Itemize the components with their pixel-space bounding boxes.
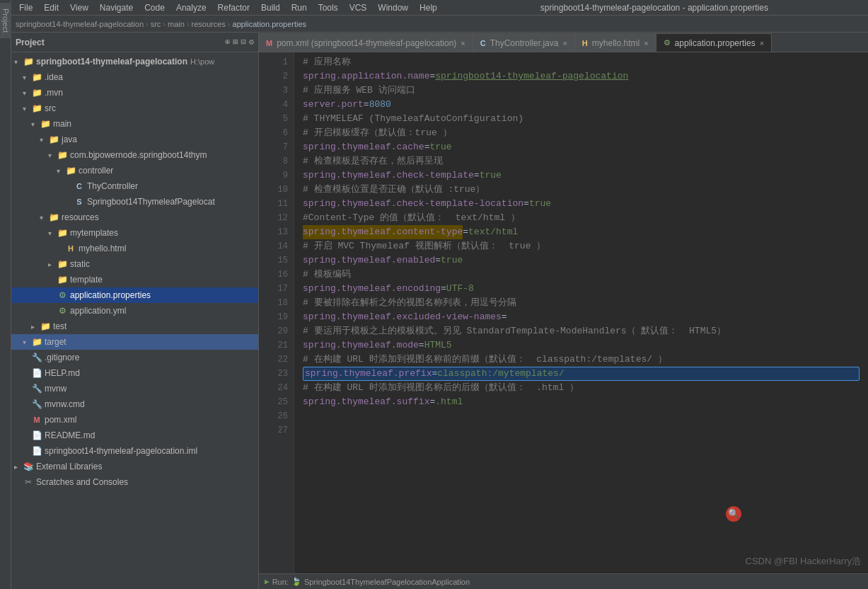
- menu-view[interactable]: View: [65, 1, 93, 14]
- folder-icon: 📁: [31, 88, 42, 98]
- java-class-icon: C: [74, 182, 85, 190]
- tree-label: application.yml: [70, 306, 126, 316]
- tab-thycontroller[interactable]: C ThyController.java ×: [473, 33, 575, 52]
- tree-label: .mvn: [45, 88, 63, 98]
- code-line-3: # 应用服务 WEB 访问端口: [303, 84, 860, 98]
- tab-thycontroller-close[interactable]: ×: [562, 39, 567, 47]
- tree-item-readme[interactable]: 📄 README.md: [11, 428, 258, 443]
- code-line-11: spring.thymeleaf.check-template-location…: [303, 197, 860, 211]
- tree-item-mvn[interactable]: ▾ 📁 .mvn: [11, 85, 258, 101]
- tab-appprops[interactable]: ⚙ application.properties ×: [656, 33, 772, 52]
- breadcrumb-part-5: application.properties: [233, 20, 307, 28]
- tree-label: main: [53, 119, 71, 129]
- properties-icon: ⚙: [57, 290, 68, 300]
- tree-item-controller[interactable]: ▾ 📁 controller: [11, 163, 258, 178]
- pom-icon: M: [31, 416, 42, 424]
- code-line-9: spring.thymeleaf.check-template=true: [303, 168, 860, 183]
- tree-item-java[interactable]: ▾ 📁 java: [11, 132, 258, 147]
- tree-item-target[interactable]: ▾ 📁 target: [11, 334, 258, 350]
- tab-thycontroller-label: ThyController.java: [490, 38, 559, 48]
- code-line-21: spring.thymeleaf.mode=HTML5: [303, 338, 860, 353]
- folder-icon: 📁: [40, 321, 51, 331]
- yml-icon: ⚙: [57, 306, 68, 316]
- menu-refactor[interactable]: Refactor: [213, 1, 255, 14]
- tab-pom-close[interactable]: ×: [461, 39, 465, 47]
- code-area[interactable]: 12345 678910 1112131415 1617181920 21222…: [259, 52, 868, 573]
- sidebar: Project ⊕ ⊞ ⊟ ⚙ ▾ 📁 springboot14-thymele…: [11, 33, 259, 589]
- menu-edit[interactable]: Edit: [39, 1, 64, 14]
- tab-appprops-close[interactable]: ×: [760, 39, 764, 47]
- iml-icon: 📄: [31, 446, 42, 456]
- project-tab[interactable]: Project: [0, 3, 11, 38]
- menu-analyze[interactable]: Analyze: [171, 1, 212, 14]
- tree-label: Springboot14ThymeleafPagelocat: [87, 197, 215, 207]
- code-line-15: spring.thymeleaf.enabled=true: [303, 253, 860, 268]
- tab-myhello-close[interactable]: ×: [644, 39, 648, 47]
- tree-item-template[interactable]: 📁 template: [11, 272, 258, 287]
- main-content: Project ⊕ ⊞ ⊟ ⚙ ▾ 📁 springboot14-thymele…: [11, 33, 868, 589]
- gitignore-icon: 🔧: [31, 353, 42, 362]
- tree-item-test[interactable]: ▸ 📁 test: [11, 319, 258, 334]
- tree-item-package[interactable]: ▾ 📁 com.bjpowernode.springboot14thym: [11, 147, 258, 163]
- tree-item-mvnwcmd[interactable]: 🔧 mvnw.cmd: [11, 396, 258, 412]
- tree-item-ext-libs[interactable]: ▸ 📚 External Libraries: [11, 459, 258, 474]
- tree-item-springbootmain[interactable]: S Springboot14ThymeleafPagelocat: [11, 194, 258, 210]
- menu-window[interactable]: Window: [373, 1, 413, 14]
- tab-myhello[interactable]: H myhello.html ×: [575, 33, 656, 52]
- menu-navigate[interactable]: Navigate: [95, 1, 138, 14]
- tree-label: README.md: [45, 430, 95, 440]
- line-numbers: 12345 678910 1112131415 1617181920 21222…: [259, 52, 294, 573]
- menu-build[interactable]: Build: [256, 1, 285, 14]
- spring-run-icon: 🍃: [291, 577, 301, 586]
- sidebar-icon-collapse[interactable]: ⊟: [241, 37, 246, 47]
- folder-icon: 📁: [57, 275, 68, 285]
- tree-item-main[interactable]: ▾ 📁 main: [11, 116, 258, 132]
- sidebar-icon-settings[interactable]: ⚙: [249, 37, 254, 47]
- mvnw-icon: 🔧: [31, 384, 42, 394]
- tree-item-myhello[interactable]: H myhello.html: [11, 241, 258, 256]
- folder-icon: 📁: [31, 103, 42, 113]
- tree-item-appyml[interactable]: ⚙ application.yml: [11, 303, 258, 319]
- menu-run[interactable]: Run: [287, 1, 312, 14]
- sidebar-icon-add[interactable]: ⊕: [225, 37, 230, 47]
- tree-label: mvnw.cmd: [45, 399, 85, 409]
- tree-item-idea[interactable]: ▾ 📁 .idea: [11, 69, 258, 85]
- tree-item-src[interactable]: ▾ 📁 src: [11, 101, 258, 116]
- tab-appprops-label: application.properties: [675, 38, 756, 48]
- tree-item-pomxml[interactable]: M pom.xml: [11, 412, 258, 428]
- menu-help[interactable]: Help: [415, 1, 442, 14]
- tree-item-resources[interactable]: ▾ 📁 resources: [11, 210, 258, 225]
- tree-label: mvnw: [45, 384, 66, 394]
- tree-item-root[interactable]: ▾ 📁 springboot14-thymeleaf-pagelocation …: [11, 54, 258, 69]
- menu-code[interactable]: Code: [139, 1, 170, 14]
- menu-tools[interactable]: Tools: [313, 1, 343, 14]
- tree-item-gitignore[interactable]: 🔧 .gitignore: [11, 350, 258, 365]
- menu-vcs[interactable]: VCS: [345, 1, 372, 14]
- tree-item-thycontroller[interactable]: C ThyController: [11, 178, 258, 194]
- appprops-tab-icon: ⚙: [664, 38, 671, 47]
- tab-pom-label: pom.xml (springboot14-thymeleaf-pageloca…: [277, 38, 456, 48]
- tree-item-iml[interactable]: 📄 springboot14-thymeleaf-pagelocation.im…: [11, 443, 258, 459]
- tree-label: External Libraries: [36, 462, 102, 471]
- tree-item-helpmd[interactable]: 📄 HELP.md: [11, 365, 258, 381]
- folder-icon: 📁: [48, 212, 59, 222]
- run-icon: ▶: [265, 577, 270, 586]
- tab-pom[interactable]: M pom.xml (springboot14-thymeleaf-pagelo…: [259, 33, 473, 52]
- folder-icon: 📁: [40, 119, 51, 129]
- tree-label: ThyController: [87, 181, 138, 191]
- code-line-18: # 要被排除在解析之外的视图名称列表，用逗号分隔: [303, 296, 860, 310]
- code-line-26: [303, 409, 860, 423]
- tree-extra: H:\pow: [190, 57, 214, 66]
- ext-libs-icon: 📚: [23, 462, 34, 471]
- tree-item-static[interactable]: ▸ 📁 static: [11, 256, 258, 272]
- sidebar-icons: ⊕ ⊞ ⊟ ⚙: [225, 37, 254, 47]
- folder-icon: 📁: [57, 150, 68, 160]
- folder-icon: 📁: [48, 135, 59, 144]
- tree-item-scratches[interactable]: ✂ Scratches and Consoles: [11, 474, 258, 490]
- tree-item-appprops[interactable]: ⚙ application.properties: [11, 287, 258, 303]
- code-content[interactable]: # 应用名称 spring.application.name=springboo…: [294, 52, 868, 573]
- sidebar-icon-expand[interactable]: ⊞: [233, 37, 238, 47]
- menu-file[interactable]: File: [14, 1, 37, 14]
- tree-item-mytemplates[interactable]: ▾ 📁 mytemplates: [11, 225, 258, 241]
- tree-item-mvnw[interactable]: 🔧 mvnw: [11, 381, 258, 396]
